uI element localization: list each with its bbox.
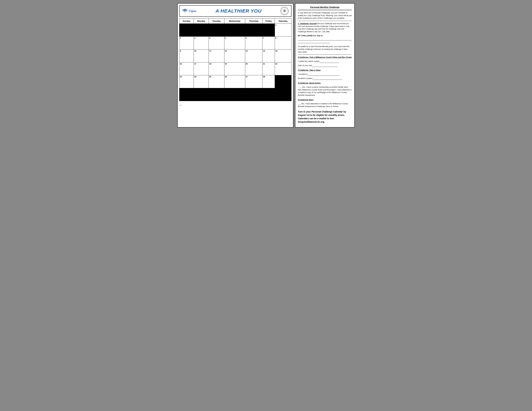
calendar-header-row: Sunday Monday Tuesday Wednesday Thursday… <box>180 19 292 24</box>
challenge1-write-line-1[interactable] <box>298 38 352 40</box>
cal-cell-8: 8 <box>275 37 291 49</box>
cal-cell-black <box>275 88 291 101</box>
calendar-row-1: 1 <box>180 24 292 37</box>
day-header-monday: Monday <box>194 19 209 24</box>
dash-mark: — <box>179 104 181 106</box>
cal-cell-black <box>209 24 224 37</box>
day-header-friday: Friday <box>262 19 275 24</box>
cal-cell-black <box>180 88 194 101</box>
cal-cell-18: 18 <box>209 62 224 75</box>
panel-heading: Personal Monthly Challenge <box>298 6 352 10</box>
intro-text: In July there are 5 Personal Challenges … <box>298 11 352 19</box>
challenge-1-block: 1. Challenge Yourself Set your challenge… <box>298 22 352 43</box>
svg-rect-3 <box>185 11 185 12</box>
svg-point-2 <box>185 9 188 11</box>
day-header-sunday: Sunday <box>180 19 194 24</box>
cal-cell-black <box>245 24 262 37</box>
cigna-text: Cigna. <box>189 9 197 13</box>
cal-cell-20: 20 <box>245 62 262 75</box>
header-bar: Cigna. A HEALTHIER YOU WILLIAMSON COUNTY… <box>179 5 292 17</box>
challenge3-location-field[interactable] <box>313 77 342 80</box>
cal-cell-7: 7 <box>262 37 275 49</box>
challenge-5-block: 5.Challenge Story ___Yes, I have attache… <box>298 98 352 108</box>
challenge-3-block: 3.Challenge- Take a Class I enrolled in … <box>298 69 352 80</box>
calendar-row-3: 9 10 11 12 13 14 15 <box>180 49 292 62</box>
challenge3-title-line: 3.Challenge- Take a Class <box>298 69 352 72</box>
cal-cell-23: 23 <box>180 75 194 88</box>
challenge-4-block: 4.Challenge- Being Active ____Yes, I hav… <box>298 82 352 96</box>
turn-in-text: Turn in your Personal Challenge Calendar… <box>298 110 352 124</box>
page-container: Cigna. A HEALTHIER YOU WILLIAMSON COUNTY… <box>177 3 355 128</box>
challenge3-line1: I enrolled in <box>298 73 352 76</box>
cal-cell-10: 10 <box>194 49 209 62</box>
cal-cell-black <box>180 24 194 37</box>
challenge-2-block: 2.Challenge- Visit a Williamson County P… <box>298 56 352 67</box>
cal-cell-9: 9 <box>180 49 194 62</box>
cal-cell-5: 5 <box>224 37 245 49</box>
turn-in-box: Turn in your Personal Challenge Calendar… <box>298 110 352 124</box>
cal-cell-black <box>194 88 209 101</box>
challenge2-center-field[interactable] <box>320 60 339 63</box>
challenge1-text: 1. Challenge Yourself Set your challenge… <box>298 22 352 33</box>
challenge1-bold-label: MY CHALLENGE For July is: <box>298 34 352 37</box>
challenge2-line1: I visited the (which center) <box>298 60 352 63</box>
cal-cell-black <box>224 88 245 101</box>
cal-cell-6: 6 <box>245 37 262 49</box>
calendar-row-4: 16 17 18 19 20 21 22 <box>180 62 292 75</box>
challenge1-bold: MY CHALLENGE For July is: <box>298 35 323 37</box>
cal-cell-13: 13 <box>245 49 262 62</box>
day-header-tuesday: Tuesday <box>209 19 224 24</box>
separator-1 <box>298 21 352 21</box>
challenge2-title: 2.Challenge- Visit a Williamson County P… <box>298 56 352 58</box>
calendar-row-5: 23 24 25 26 27 28 <box>180 75 292 88</box>
challenge4-title-line: 4.Challenge- Being Active <box>298 82 352 84</box>
dash-row: — <box>178 103 293 107</box>
cal-cell-11: 11 <box>209 49 224 62</box>
cal-cell-12: 12 <box>224 49 245 62</box>
challenge3-enrolled-field[interactable] <box>307 73 340 76</box>
qualify-text: To qualify for a July Personal Monthly p… <box>298 45 352 53</box>
cal-cell-black <box>262 24 275 37</box>
cal-cell-19: 19 <box>224 62 245 75</box>
calendar-table: Sunday Monday Tuesday Wednesday Thursday… <box>179 18 292 101</box>
challenge1-write-line-2[interactable] <box>298 41 330 43</box>
challenge3-title: 3.Challenge- Take a Class <box>298 69 321 71</box>
challenge2-line2: Date of your visit <box>298 64 352 67</box>
left-panel: Cigna. A HEALTHIER YOU WILLIAMSON COUNTY… <box>177 3 294 128</box>
day-header-saturday: Saturday <box>275 19 291 24</box>
cal-cell-24: 24 <box>194 75 209 88</box>
challenge5-title: 5.Challenge Story <box>298 99 314 101</box>
turn-in-main: Turn in your Personal Challenge Calendar… <box>298 110 346 116</box>
calendar-section: Sunday Monday Tuesday Wednesday Thursday… <box>179 18 292 101</box>
challenge4-text: ____Yes, I have a active membership at a… <box>298 86 352 97</box>
cal-cell-2: 2 <box>180 37 194 49</box>
cal-cell-black <box>209 88 224 101</box>
cal-cell-25: 25 <box>209 75 224 88</box>
cal-cell-15: 15 <box>275 49 291 62</box>
right-panel: Personal Monthly Challenge In July there… <box>295 3 355 128</box>
cal-cell-26: 26 <box>224 75 245 88</box>
challenge4-title: 4.Challenge- Being Active <box>298 82 321 84</box>
cigna-tree-icon <box>182 9 188 13</box>
cal-cell-black <box>262 88 275 101</box>
cal-cell-1: 1 <box>275 24 291 37</box>
cal-cell-3: 3 <box>194 37 209 49</box>
cal-cell-17: 17 <box>194 62 209 75</box>
cal-cell-black-end <box>275 75 291 88</box>
cal-cell-28: 28 <box>262 75 275 88</box>
challenge2-title-line: 2.Challenge- Visit a Williamson County P… <box>298 56 352 59</box>
cal-cell-black <box>224 24 245 37</box>
cal-cell-black <box>245 88 262 101</box>
cal-cell-22: 22 <box>275 62 291 75</box>
cal-cell-4: 4 <box>209 37 224 49</box>
challenge5-text: ___Yes, I have attached or emailed to th… <box>298 102 352 108</box>
calendar-row-2: 2 3 4 5 6 7 8 <box>180 37 292 49</box>
main-title: A HEALTHIER YOU <box>216 8 262 14</box>
cal-cell-16: 16 <box>180 62 194 75</box>
challenge2-date-field[interactable] <box>312 64 338 67</box>
cal-cell-14: 14 <box>262 49 275 62</box>
svg-point-9 <box>283 10 286 12</box>
cal-cell-21: 21 <box>262 62 275 75</box>
cal-cell-black <box>194 24 209 37</box>
cigna-logo: Cigna. <box>182 9 197 13</box>
